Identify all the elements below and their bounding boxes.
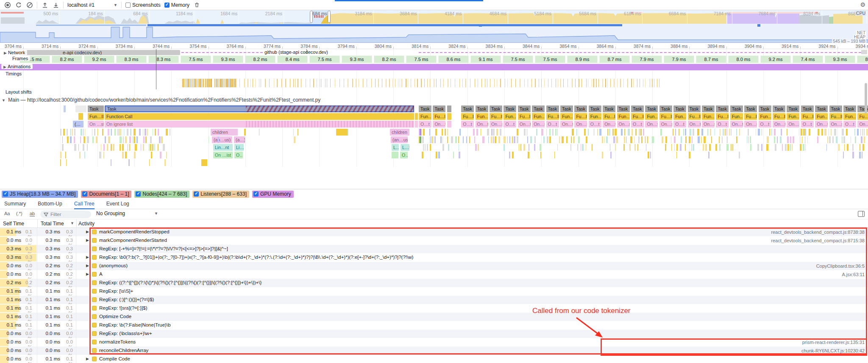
flame-function-call-bar[interactable]: Fu…ll (688, 113, 701, 120)
flame-task-fragment[interactable] (75, 105, 86, 112)
flame-function-call-bar[interactable]: Fun…ll (759, 113, 771, 120)
flame-ignore-list-bar[interactable]: On…t (560, 121, 573, 127)
flame-function-call-bar[interactable] (447, 113, 451, 120)
flame-function-call-bar[interactable]: Fun…ll (702, 113, 715, 120)
flame-function-call-bar[interactable]: Fun…ll (843, 113, 856, 120)
flame-ignore-list-bar[interactable]: On…t (730, 121, 743, 127)
flame-function-call-bar[interactable]: Fun…ll (476, 113, 488, 120)
frame-duration-cell[interactable]: 8.2 ms (374, 55, 404, 63)
screenshots-toggle[interactable]: Screenshots (125, 2, 161, 8)
flame-task-bar[interactable]: Task (433, 105, 445, 112)
tab-summary[interactable]: Summary (4, 199, 26, 209)
frame-duration-cell[interactable]: 9.3 ms (342, 55, 372, 63)
flame-function-call-bar[interactable]: Fu…ll (801, 113, 814, 120)
flame-ignore-list-bar[interactable]: O…t (589, 121, 601, 127)
sort-descending-icon[interactable]: ▼ (70, 221, 74, 225)
flame-ignore-list-bar[interactable]: O…t (234, 152, 243, 158)
flame-function-call-bar[interactable]: Fun…ll (645, 113, 658, 120)
flame-activity[interactable] (336, 129, 348, 136)
flame-ignore-list-bar[interactable]: On…st (574, 121, 587, 127)
flame-task-bar[interactable]: Task (744, 105, 757, 112)
flame-ignore-list-bar[interactable]: On…t (645, 121, 658, 127)
flame-ignore-list-bar[interactable]: O…t (716, 121, 729, 127)
flame-function-call-bar[interactable]: Fu…ll (490, 113, 502, 120)
frame-duration-cell[interactable]: 7.4 ms (793, 55, 823, 63)
flame-function-call-bar[interactable]: Fu…ll (744, 113, 757, 120)
profile-select[interactable]: localhost #1 ▼ (67, 2, 117, 8)
total-time-header[interactable]: Total Time (41, 221, 64, 227)
expand-row-icon[interactable]: ▶ (86, 238, 89, 242)
memory-toggle[interactable]: Memory (164, 2, 189, 8)
grouping-select[interactable]: No Grouping ▼ (96, 211, 158, 216)
flame-function-call-bar[interactable]: Fu…ll (857, 113, 868, 120)
memory-checkbox[interactable] (164, 3, 170, 8)
frame-duration-cell[interactable]: 8.9 ms (567, 55, 598, 63)
screenshots-checkbox[interactable] (125, 3, 131, 8)
flame-ignore-list-bar[interactable]: O…t (801, 121, 814, 127)
nodes-checkbox[interactable] (136, 191, 141, 197)
flame-task-bar[interactable]: Task (88, 105, 104, 112)
flame-function-call-bar[interactable]: Fu…ll (603, 113, 615, 120)
flame-function-call-bar[interactable]: Function Call (105, 113, 414, 120)
flame-anonymous-bar[interactable]: (an…us) (212, 136, 232, 143)
flame-function-call-bar[interactable]: Fun…ll (532, 113, 545, 120)
expand-row-icon[interactable]: ▶ (86, 357, 89, 361)
frame-duration-cell[interactable]: 8.7 ms (599, 55, 630, 63)
match-case-button[interactable]: Aa (4, 211, 10, 216)
flame-task-bar[interactable]: Task (829, 105, 842, 112)
flame-function-call-bar[interactable]: Fun…ll (589, 113, 601, 120)
flame-ignore-list-bar[interactable]: O…t (400, 152, 408, 158)
frame-duration-cell[interactable]: 7.5 ms (503, 55, 533, 63)
flame-task-bar[interactable]: Task (603, 105, 615, 112)
flame-task-bar[interactable]: Task (759, 105, 771, 112)
flame-function-call-bar[interactable]: Fun…ll (560, 113, 573, 120)
flame-ignore-list-bar[interactable]: O…t (673, 121, 686, 127)
flame-ignore-list-bar[interactable]: On…st (617, 121, 630, 127)
flame-task-bar[interactable]: Task (504, 105, 516, 112)
flame-ignore-list-bar[interactable]: O…t (461, 121, 474, 127)
flame-lint-bar[interactable]: Li…t (234, 144, 244, 151)
animations-bar[interactable] (0, 64, 868, 70)
table-row[interactable]: 0.0 ms 0.0 % 0.1 ms 0.1 % ▶Compile Code (0, 355, 868, 363)
timings-track-header[interactable]: Timings (3, 71, 24, 76)
flame-task-bar[interactable]: Task (673, 105, 686, 112)
flame-anonymous-bar[interactable]: (a…) (234, 136, 245, 143)
filter-input[interactable] (50, 212, 84, 217)
flame-ignore-list-bar[interactable]: On …ist (213, 152, 233, 158)
flame-ignore-list-bar[interactable]: On…t (815, 121, 828, 127)
flame-ignore-list-bar[interactable]: O…t (504, 121, 516, 127)
frame-duration-cell[interactable]: 7.5 ms (406, 55, 437, 63)
main-thread-header[interactable]: ▼ Main — http://localhost:3000/github/co… (2, 97, 866, 103)
flame-task-bar[interactable]: Task (688, 105, 701, 112)
flame-function-call-bar[interactable]: Fu…ll (829, 113, 842, 120)
flame-task-bar[interactable]: Task (730, 105, 743, 112)
flame-ignore-list-bar[interactable]: On…t (857, 121, 868, 127)
flame-task-bar[interactable]: Task (716, 105, 729, 112)
flame-function-call-bar[interactable]: Fun…ll (504, 113, 516, 120)
frame-duration-cell[interactable]: 8.4 ms (277, 55, 308, 63)
flame-function-call-bar[interactable]: Fu…ll (716, 113, 729, 120)
flame-anonymous-bar[interactable]: (an…us) (391, 136, 408, 143)
flame-ignore-list-bar[interactable]: On…st (532, 121, 545, 127)
frame-duration-cell[interactable]: 9.1 ms (470, 55, 501, 63)
flame-ignore-list-bar[interactable]: On…st (490, 121, 502, 127)
load-profile-button[interactable] (41, 1, 48, 8)
frame-duration-cell[interactable]: 8.0 ms (728, 55, 759, 63)
flame-function-call-bar[interactable]: Fu…ll (433, 113, 445, 120)
flame-lint-bar[interactable]: L… (392, 144, 399, 151)
flame-ignore-list-bar[interactable]: On…t (688, 121, 701, 127)
tab-event-log[interactable]: Event Log (106, 199, 129, 209)
timeline-ruler[interactable]: 3704 ms3714 ms3724 ms3734 ms3744 ms3754 … (0, 43, 868, 49)
flame-ignore-list-bar[interactable]: On…t (603, 121, 615, 127)
frames-track-header[interactable]: Frames (10, 56, 30, 61)
layout-shifts-track-header[interactable]: Layout shifts (3, 89, 34, 94)
flame-task-bar[interactable]: Task (645, 105, 658, 112)
flame-function-call-bar[interactable]: Fun…ll (815, 113, 828, 120)
frame-duration-cell[interactable]: 8.3 ms (116, 55, 147, 63)
reload-record-button[interactable] (15, 1, 22, 8)
frame-duration-cell[interactable]: 7.5 ms (535, 55, 565, 63)
flame-function-call-bar[interactable]: Fun…ll (730, 113, 743, 120)
settings-gear-icon[interactable]: ⚙ (860, 1, 865, 8)
flame-function-call-bar[interactable]: Fu…ll (631, 113, 644, 120)
flame-task-bar[interactable]: Task (631, 105, 644, 112)
